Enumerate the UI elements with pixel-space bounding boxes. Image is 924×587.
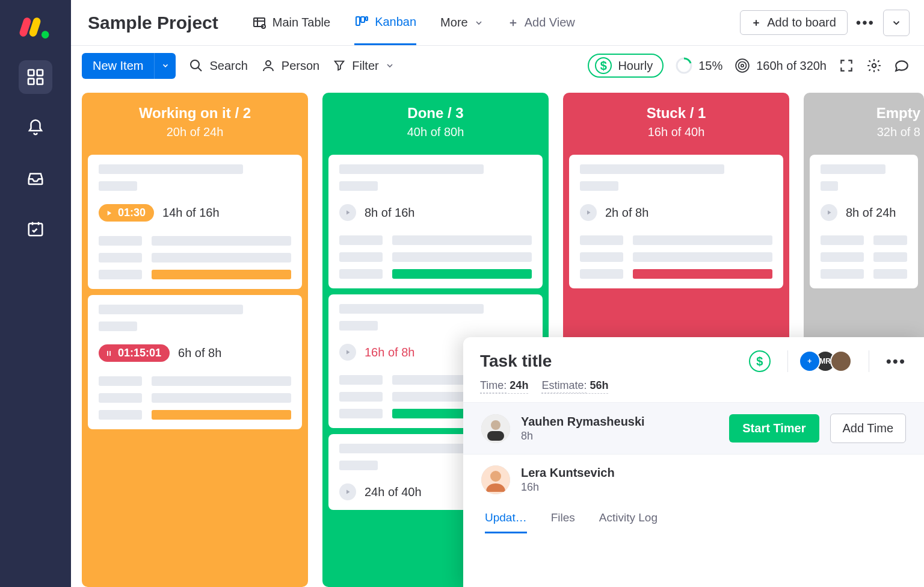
task-tabs: Updat… Files Activity Log: [463, 505, 924, 533]
column-title: Stuck / 1: [569, 105, 783, 122]
add-assignee-icon[interactable]: +: [799, 350, 821, 372]
btn-label: Add to board: [767, 16, 836, 30]
kanban-icon: [354, 14, 369, 29]
board-title: Sample Project: [88, 13, 218, 33]
sidebar-workspaces[interactable]: [19, 60, 52, 94]
filter-icon: [333, 59, 346, 72]
column-title: Working on it / 2: [88, 105, 302, 122]
kanban-card[interactable]: 2h of 8h: [569, 155, 783, 288]
svg-point-14: [266, 61, 271, 66]
search-icon: [189, 58, 203, 73]
play-icon[interactable]: [821, 204, 837, 221]
kanban-card[interactable]: 8h of 16h: [328, 155, 543, 288]
dollar-icon[interactable]: $: [749, 350, 771, 372]
svg-point-16: [736, 59, 749, 72]
play-icon[interactable]: [339, 204, 356, 221]
svg-rect-10: [356, 17, 360, 25]
plus-icon: [508, 17, 519, 28]
task-tab-updates[interactable]: Updat…: [485, 511, 527, 533]
card-hours: 14h of 16h: [162, 206, 220, 220]
hourly-indicator[interactable]: $ Hourly: [588, 54, 664, 78]
play-icon[interactable]: [339, 483, 356, 500]
start-timer-button[interactable]: Start Timer: [729, 414, 819, 443]
tab-label: More: [440, 16, 468, 30]
tab-more[interactable]: More: [440, 16, 484, 44]
sidebar-notifications[interactable]: [19, 111, 52, 144]
svg-rect-12: [366, 17, 368, 20]
play-icon[interactable]: [580, 204, 597, 221]
filter-tool[interactable]: Filter: [333, 59, 394, 73]
timer-pill[interactable]: 01:30: [99, 204, 154, 222]
kanban-card[interactable]: 01:15:01 6h of 8h: [88, 295, 302, 429]
person-time: 16h: [521, 481, 906, 494]
column-title: Empty: [810, 105, 920, 122]
tab-label: Kanban: [375, 15, 416, 29]
svg-point-26: [490, 471, 501, 482]
hours-summary[interactable]: 160h of 320h: [735, 58, 827, 73]
svg-rect-5: [28, 79, 34, 84]
assignee-avatar[interactable]: [830, 350, 852, 372]
card-hours: 8h of 24h: [846, 206, 896, 220]
svg-point-2: [42, 31, 49, 39]
app-logo: [19, 11, 52, 43]
svg-rect-21: [109, 350, 111, 355]
task-more-menu[interactable]: •••: [886, 352, 906, 371]
collapse-button[interactable]: [883, 10, 910, 36]
column-hours: 40h of 80h: [328, 125, 543, 139]
table-icon: [252, 16, 266, 30]
person-avatar[interactable]: [481, 465, 510, 494]
task-title[interactable]: Task title: [480, 352, 749, 371]
task-time[interactable]: Time: 24h: [480, 379, 528, 394]
chevron-down-icon: [385, 61, 395, 70]
progress-indicator[interactable]: 15%: [676, 57, 722, 74]
column-title: Done / 3: [328, 105, 543, 122]
card-hours: 8h of 16h: [365, 206, 414, 220]
sidebar-calendar[interactable]: [19, 212, 52, 246]
add-time-button[interactable]: Add Time: [830, 414, 906, 443]
card-hours: 6h of 8h: [178, 346, 221, 360]
play-icon[interactable]: [339, 344, 356, 361]
chat-icon[interactable]: [894, 58, 910, 73]
add-to-board-button[interactable]: Add to board: [740, 10, 848, 35]
person-icon: [261, 58, 276, 73]
new-item-dropdown[interactable]: [154, 53, 176, 79]
tab-main-table[interactable]: Main Table: [252, 16, 330, 45]
task-tab-files[interactable]: Files: [551, 511, 575, 533]
kanban-card[interactable]: 01:30 14h of 16h: [88, 155, 302, 289]
svg-rect-6: [37, 79, 43, 84]
search-tool[interactable]: Search: [189, 58, 247, 73]
person-time: 8h: [521, 430, 718, 443]
add-view-label: Add View: [525, 16, 575, 30]
task-estimate[interactable]: Estimate: 56h: [541, 379, 608, 394]
add-view-button[interactable]: Add View: [508, 16, 575, 30]
fullscreen-icon[interactable]: [839, 58, 854, 73]
svg-point-23: [491, 420, 500, 430]
sidebar-inbox[interactable]: [19, 161, 52, 195]
timer-pill[interactable]: 01:15:01: [99, 344, 170, 362]
left-sidebar: [0, 0, 71, 587]
assignees[interactable]: + MR: [805, 350, 852, 372]
card-hours: 16h of 8h: [365, 346, 414, 359]
board-header: Sample Project Main Table Kanban More Ad…: [71, 0, 924, 46]
settings-icon[interactable]: [866, 58, 882, 73]
person-avatar[interactable]: [481, 414, 510, 443]
person-filter[interactable]: Person: [261, 58, 319, 73]
kanban-card[interactable]: 8h of 24h: [810, 155, 918, 288]
new-item-button[interactable]: New Item: [82, 53, 154, 79]
svg-rect-24: [487, 431, 504, 441]
person-name: Lera Kuntsevich: [521, 466, 906, 480]
tab-kanban[interactable]: Kanban: [354, 14, 416, 45]
task-tab-activity[interactable]: Activity Log: [599, 511, 658, 533]
time-entry-row: Yauhen Rymasheuski 8h Start Timer Add Ti…: [463, 402, 924, 454]
target-icon: [735, 58, 750, 73]
card-hours: 24h of 40h: [365, 485, 422, 499]
plus-icon: [751, 18, 761, 28]
svg-point-19: [872, 64, 876, 68]
card-hours: 2h of 8h: [605, 206, 648, 220]
svg-rect-11: [361, 17, 365, 22]
column-hours: 32h of 8: [810, 125, 920, 139]
header-more-menu[interactable]: •••: [856, 14, 875, 31]
time-entry-row: Lera Kuntsevich 16h: [463, 454, 924, 505]
svg-rect-4: [37, 70, 43, 75]
task-detail-panel: Task title $ + MR ••• Time: 24h Estimate…: [463, 337, 924, 587]
